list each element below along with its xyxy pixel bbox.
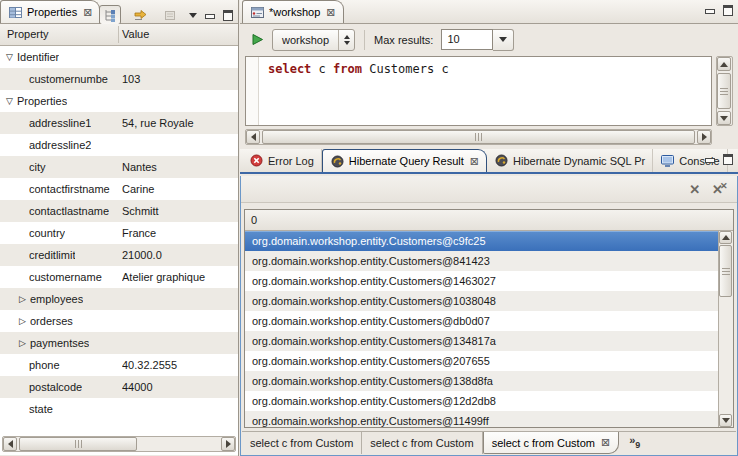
scroll-right-icon[interactable] — [221, 437, 235, 451]
property-row[interactable]: ▷ paymentses — [0, 332, 238, 354]
result-cell: org.domain.workshop.entity.Customers@146… — [252, 275, 496, 287]
property-row[interactable]: contactfirstname Carine — [0, 178, 238, 200]
close-icon[interactable]: ⊠ — [83, 7, 92, 18]
table-row[interactable]: org.domain.workshop.entity.Customers@138… — [245, 371, 718, 391]
tab-label: select c from Custom — [492, 437, 595, 449]
property-row[interactable]: state — [0, 398, 238, 420]
toolbar-separator — [364, 30, 365, 50]
property-row[interactable]: ▽ Properties — [0, 90, 238, 112]
run-query-button[interactable] — [248, 31, 266, 49]
max-results-dropdown-button[interactable] — [493, 29, 514, 51]
scrollbar-thumb[interactable] — [262, 130, 695, 144]
twisty-icon[interactable]: ▷ — [16, 332, 29, 354]
property-row[interactable]: country France — [0, 222, 238, 244]
scroll-down-icon[interactable] — [719, 414, 732, 427]
results-vscrollbar[interactable] — [718, 231, 733, 427]
table-row[interactable]: org.domain.workshop.entity.Customers@c9f… — [245, 231, 718, 251]
table-row[interactable]: org.domain.workshop.entity.Customers@114… — [245, 411, 718, 427]
code-keyword: from — [333, 62, 362, 76]
editor-text-area[interactable]: select c from Customers c — [245, 56, 712, 126]
max-results-input[interactable]: 10 — [441, 29, 493, 50]
show-tree-button[interactable] — [99, 5, 121, 25]
tab-workshop-editor[interactable]: *workshop ⊠ — [242, 0, 344, 23]
run-icon — [250, 32, 265, 47]
tab-hibernate-dynamic-sql[interactable]: Hibernate Dynamic SQL Pr — [487, 149, 653, 172]
tab-hibernate-query-result[interactable]: Hibernate Query Result ⊠ — [322, 149, 487, 172]
chevron-down-icon — [499, 37, 507, 46]
property-row[interactable]: ▷ employees — [0, 288, 238, 310]
tab-label: *workshop — [269, 6, 320, 18]
scroll-left-icon[interactable] — [246, 130, 260, 144]
results-tabbar: Error Log Hibernate Query Result ⊠ Hiber… — [240, 149, 738, 174]
hibernate-icon — [494, 153, 509, 168]
properties-table: Property Value ▽ Identifier customernumb… — [0, 24, 238, 455]
scroll-left-icon[interactable] — [3, 437, 17, 451]
property-label: creditlimit — [29, 244, 75, 266]
twisty-icon[interactable]: ▽ — [3, 90, 16, 112]
twisty-icon[interactable]: ▷ — [16, 310, 29, 332]
configuration-combo[interactable]: workshop — [272, 29, 355, 51]
scrollbar-thumb[interactable] — [717, 73, 731, 109]
property-row[interactable]: customername Atelier graphique — [0, 266, 238, 288]
remove-all-results-icon[interactable]: ✕✕ — [712, 183, 723, 196]
maximize-icon[interactable] — [723, 154, 733, 165]
editor-hscrollbar[interactable] — [245, 129, 712, 145]
property-row[interactable]: creditlimit 21000.0 — [0, 244, 238, 266]
maximize-icon[interactable] — [223, 10, 233, 21]
table-row[interactable]: org.domain.workshop.entity.Customers@207… — [245, 351, 718, 371]
minimize-icon[interactable] — [705, 158, 715, 163]
column-value[interactable]: Value — [122, 24, 149, 45]
property-row[interactable]: ▽ Identifier — [0, 46, 238, 68]
table-row[interactable]: org.domain.workshop.entity.Customers@12d… — [245, 391, 718, 411]
table-row[interactable]: org.domain.workshop.entity.Customers@db0… — [245, 311, 718, 331]
scrollbar-thumb[interactable] — [19, 437, 137, 451]
close-icon[interactable]: ⊠ — [470, 156, 479, 167]
property-row[interactable]: customernumbe 103 — [0, 68, 238, 90]
tab-error-log[interactable]: Error Log — [242, 149, 322, 172]
column-property[interactable]: Property — [7, 24, 49, 45]
property-row[interactable]: city Nantes — [0, 156, 238, 178]
scrollbar-thumb[interactable] — [719, 245, 732, 297]
table-row[interactable]: org.domain.workshop.entity.Customers@841… — [245, 251, 718, 271]
result-tab-3[interactable]: select c from Custom ⊠ — [483, 432, 620, 454]
property-row[interactable]: postalcode 44000 — [0, 376, 238, 398]
results-window-buttons — [705, 154, 733, 165]
properties-hscrollbar[interactable] — [2, 436, 236, 452]
property-row[interactable]: ▷ orderses — [0, 310, 238, 332]
minimize-icon[interactable] — [705, 9, 715, 14]
property-label: postalcode — [29, 376, 82, 398]
view-menu-icon[interactable] — [189, 13, 197, 22]
property-row[interactable]: addressline2 — [0, 134, 238, 156]
tab-properties[interactable]: Properties ⊠ — [0, 0, 100, 23]
editor-vscrollbar[interactable] — [716, 56, 733, 126]
twisty-icon[interactable]: ▷ — [16, 288, 29, 310]
spinner-icon[interactable] — [339, 32, 354, 48]
tab-overflow-chevron[interactable]: » 9 — [619, 432, 640, 454]
properties-tabbar: Properties ⊠ — [0, 0, 238, 24]
result-tab-1[interactable]: select c from Custom — [242, 432, 362, 454]
scroll-right-icon[interactable] — [697, 130, 711, 144]
sync-arrows-icon — [133, 8, 148, 23]
close-icon[interactable]: ⊠ — [326, 7, 335, 18]
property-label: contactlastname — [29, 200, 109, 222]
property-row[interactable]: phone 40.32.2555 — [0, 354, 238, 376]
table-row[interactable]: org.domain.workshop.entity.Customers@134… — [245, 331, 718, 351]
pin-property-button[interactable] — [129, 5, 151, 25]
result-tab-2[interactable]: select c from Custom — [362, 432, 482, 454]
remove-result-icon[interactable]: ✕ — [689, 183, 700, 196]
table-row[interactable]: org.domain.workshop.entity.Customers@103… — [245, 291, 718, 311]
close-icon[interactable]: ⊠ — [601, 437, 610, 448]
maximize-icon[interactable] — [723, 5, 733, 16]
minimize-icon[interactable] — [205, 14, 215, 19]
column-divider[interactable] — [118, 26, 119, 43]
property-row[interactable]: addressline1 54, rue Royale — [0, 112, 238, 134]
scroll-down-icon[interactable] — [717, 111, 731, 125]
table-row[interactable]: org.domain.workshop.entity.Customers@146… — [245, 271, 718, 291]
scroll-up-icon[interactable] — [719, 231, 732, 244]
code-line[interactable]: select c from Customers c — [268, 62, 449, 76]
restore-default-button[interactable] — [159, 5, 181, 25]
scroll-up-icon[interactable] — [717, 57, 731, 71]
twisty-icon[interactable]: ▽ — [3, 46, 16, 68]
result-column-header[interactable]: 0 — [245, 210, 733, 231]
property-row[interactable]: contactlastname Schmitt — [0, 200, 238, 222]
